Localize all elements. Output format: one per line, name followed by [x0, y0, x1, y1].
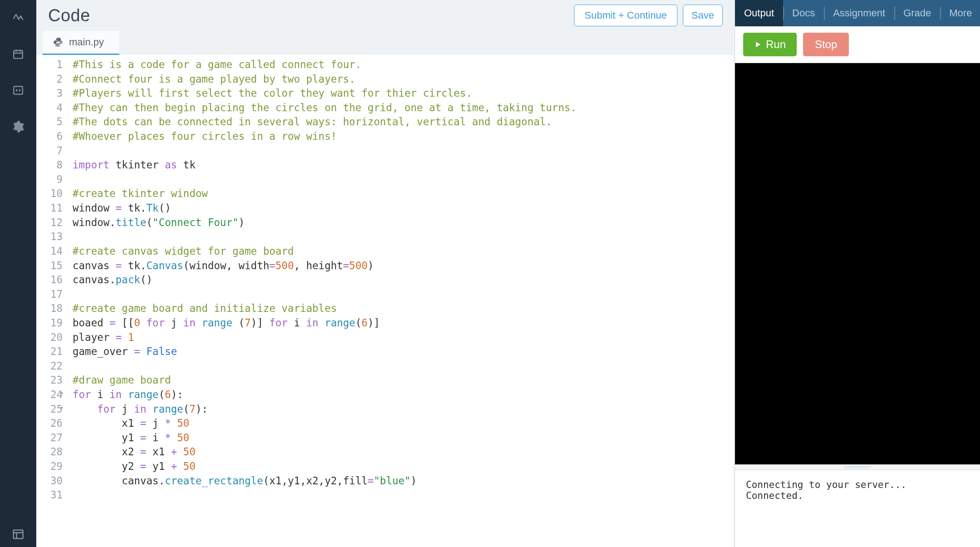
code-column: Code Submit + Continue Save main.py 1234… — [36, 0, 735, 547]
stop-button[interactable]: Stop — [803, 33, 849, 56]
console-output: Connecting to your server... Connected. — [735, 470, 980, 547]
panel-tab-assignment[interactable]: Assignment — [824, 0, 894, 26]
calendar-icon[interactable] — [11, 47, 25, 61]
svg-rect-2 — [14, 530, 23, 539]
code-header: Code Submit + Continue Save — [36, 0, 735, 31]
python-icon — [53, 37, 64, 48]
code-lines[interactable]: #This is a code for a game called connec… — [68, 55, 735, 547]
panel-toolbar: Run Stop — [735, 26, 980, 63]
run-button-label: Run — [766, 38, 786, 51]
play-icon — [754, 38, 761, 51]
run-button[interactable]: Run — [743, 33, 797, 56]
code-icon[interactable] — [11, 84, 25, 97]
logo-icon[interactable] — [11, 11, 25, 25]
svg-rect-0 — [14, 50, 23, 58]
submit-continue-button[interactable]: Submit + Continue — [574, 5, 677, 26]
file-tab-label: main.py — [69, 36, 104, 48]
output-canvas — [735, 63, 980, 464]
header-buttons: Submit + Continue Save — [574, 5, 723, 26]
right-panel: OutputDocsAssignmentGradeMore Run Stop C… — [735, 0, 980, 547]
svg-rect-1 — [14, 86, 23, 94]
line-gutter: 123456789101112131415161718192021222324▾… — [36, 55, 68, 547]
file-tab-main-py[interactable]: main.py — [43, 31, 119, 55]
layout-icon[interactable] — [11, 533, 25, 547]
code-editor[interactable]: 123456789101112131415161718192021222324▾… — [36, 55, 735, 547]
file-tabs: main.py — [36, 31, 735, 55]
left-nav-rail — [0, 0, 36, 547]
panel-tab-grade[interactable]: Grade — [894, 0, 940, 26]
panel-tabs: OutputDocsAssignmentGradeMore — [735, 0, 980, 26]
pane-resize-handle[interactable] — [735, 464, 980, 470]
panel-tab-more[interactable]: More — [940, 0, 980, 26]
gear-icon[interactable] — [11, 120, 25, 133]
panel-tab-output[interactable]: Output — [735, 0, 783, 26]
panel-tab-docs[interactable]: Docs — [783, 0, 824, 26]
main-area: Code Submit + Continue Save main.py 1234… — [36, 0, 980, 547]
save-button[interactable]: Save — [683, 5, 723, 26]
page-title: Code — [48, 6, 90, 25]
